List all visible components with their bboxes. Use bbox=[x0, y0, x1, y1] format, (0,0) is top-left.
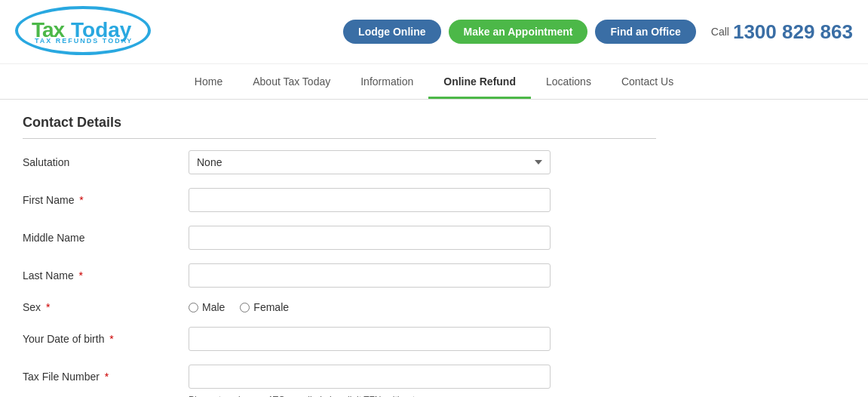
middle-name-row: Middle Name bbox=[23, 226, 656, 250]
tfn-row: Tax File Number * bbox=[23, 365, 656, 389]
sex-male-label[interactable]: Male bbox=[189, 301, 225, 313]
sex-label: Sex * bbox=[23, 301, 189, 313]
logo: Tax Today TAX REFUNDS TODAY bbox=[15, 6, 151, 57]
salutation-select[interactable]: None Mr Mrs Miss Ms Dr bbox=[189, 150, 551, 174]
find-office-button[interactable]: Find an Office bbox=[595, 20, 695, 44]
header-actions: Lodge Online Make an Appointment Find an… bbox=[343, 20, 853, 44]
logo-tagline-text: TAX REFUNDS TODAY bbox=[35, 37, 133, 45]
nav-item-contact[interactable]: Contact Us bbox=[606, 64, 689, 99]
sex-male-radio[interactable] bbox=[189, 303, 198, 312]
first-name-label: First Name * bbox=[23, 194, 189, 206]
lodge-online-button[interactable]: Lodge Online bbox=[343, 20, 440, 44]
nav-item-home[interactable]: Home bbox=[179, 64, 238, 99]
last-name-label: Last Name * bbox=[23, 269, 189, 282]
nav-item-about[interactable]: About Tax Today bbox=[238, 64, 345, 99]
logo-ellipse: Tax Today TAX REFUNDS TODAY bbox=[15, 6, 151, 55]
salutation-row: Salutation None Mr Mrs Miss Ms Dr bbox=[23, 150, 656, 174]
dob-input[interactable] bbox=[189, 327, 551, 351]
sex-female-radio[interactable] bbox=[240, 303, 250, 312]
tfn-input[interactable] bbox=[189, 365, 551, 389]
tfn-label: Tax File Number * bbox=[23, 371, 189, 383]
dob-label: Your Date of birth * bbox=[23, 333, 189, 345]
call-number: 1300 829 863 bbox=[733, 20, 853, 44]
sex-female-label[interactable]: Female bbox=[240, 301, 289, 313]
sex-required: * bbox=[46, 301, 50, 313]
page-content: Contact Details Salutation None Mr Mrs M… bbox=[0, 100, 679, 397]
sex-row: Sex * Male Female bbox=[23, 301, 656, 313]
page-title: Contact Details bbox=[23, 115, 656, 139]
tfn-required: * bbox=[105, 371, 109, 383]
sex-radio-group: Male Female bbox=[189, 301, 289, 313]
first-name-input[interactable] bbox=[189, 188, 551, 212]
call-section: Call 1300 829 863 bbox=[711, 20, 853, 44]
first-name-row: First Name * bbox=[23, 188, 656, 212]
last-name-input[interactable] bbox=[189, 263, 551, 288]
nav-item-information[interactable]: Information bbox=[345, 64, 428, 99]
dob-row: Your Date of birth * bbox=[23, 327, 656, 351]
nav-item-locations[interactable]: Locations bbox=[531, 64, 606, 99]
nav-item-online-refund[interactable]: Online Refund bbox=[428, 64, 531, 99]
first-name-required: * bbox=[79, 194, 83, 206]
header: Tax Today TAX REFUNDS TODAY Lodge Online… bbox=[0, 0, 868, 64]
last-name-required: * bbox=[79, 269, 83, 282]
dob-required: * bbox=[109, 333, 113, 345]
middle-name-input[interactable] bbox=[189, 226, 551, 250]
call-label: Call bbox=[711, 26, 729, 38]
middle-name-label: Middle Name bbox=[23, 232, 189, 244]
salutation-label: Salutation bbox=[23, 156, 189, 168]
make-appointment-button[interactable]: Make an Appointment bbox=[449, 20, 588, 44]
last-name-row: Last Name * bbox=[23, 263, 656, 288]
nav-bar: Home About Tax Today Information Online … bbox=[0, 64, 868, 100]
